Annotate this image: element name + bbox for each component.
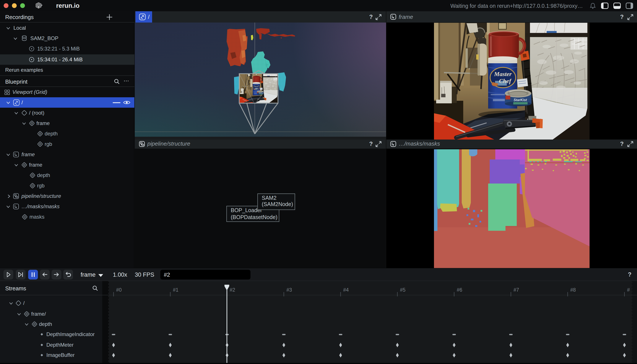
svg-text:#1: #1 — [173, 287, 178, 293]
svg-text:#5: #5 — [400, 287, 406, 293]
svg-text:#4: #4 — [343, 287, 349, 293]
svg-text:#: # — [627, 287, 630, 293]
svg-text:#3: #3 — [286, 287, 292, 293]
svg-text:#8: #8 — [570, 287, 576, 293]
svg-text:#6: #6 — [457, 287, 462, 293]
svg-text:#2: #2 — [230, 287, 235, 293]
svg-text:#0: #0 — [116, 287, 122, 293]
svg-text:#7: #7 — [514, 287, 519, 293]
